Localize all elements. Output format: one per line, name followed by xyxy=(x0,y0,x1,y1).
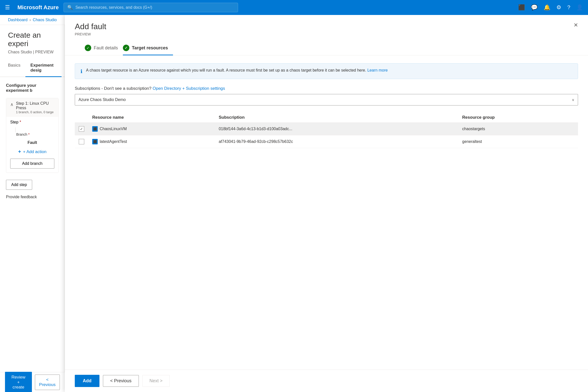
add-action-button[interactable]: + + Add action xyxy=(10,147,54,156)
row2-checkbox-cell[interactable] xyxy=(75,136,88,148)
step-label: Step xyxy=(10,120,18,124)
open-directory-link[interactable]: Open Directory + Subscription settings xyxy=(152,86,225,91)
checkmark-icon: ✓ xyxy=(80,127,83,131)
panel-footer: Add < Previous Next > xyxy=(65,370,588,392)
bottom-bar-left: Review + create < Previous xyxy=(0,372,65,392)
add-step-button[interactable]: Add step xyxy=(6,180,32,190)
nav-icons: ⬛ 💬 🔔 ⚙ ? 👤 xyxy=(518,4,583,11)
step-chevron-icon[interactable]: ∧ xyxy=(10,102,13,107)
chevron-down-icon: ∨ xyxy=(572,98,574,102)
feedback-label: Provide feedback xyxy=(6,193,58,201)
col-checkbox xyxy=(75,112,88,123)
settings-icon[interactable]: ⚙ xyxy=(556,4,561,11)
row1-subscription: 018bf144-3a6d-4c13-b1d3-d100a03adc... xyxy=(215,123,458,136)
add-button[interactable]: Add xyxy=(75,375,99,387)
info-box: ℹ A chaos target resource is an Azure re… xyxy=(75,63,578,79)
col-subscription: Subscription xyxy=(215,112,458,123)
col-resource-group: Resource group xyxy=(458,112,578,123)
panel-title-row: Add fault PREVIEW ✕ xyxy=(75,22,578,41)
step-subtitle: 1 branch, 0 action, 0 targe xyxy=(16,110,54,114)
vm-icon-2: ⬛ xyxy=(92,139,98,144)
side-panel: Add fault PREVIEW ✕ ✓ Fault details ✓ Ta… xyxy=(65,15,588,392)
configure-label: Configure your experiment b xyxy=(6,83,58,93)
next-button[interactable]: Next > xyxy=(142,375,170,387)
cloud-shell-icon[interactable]: ⬛ xyxy=(518,4,525,11)
plus-icon: + xyxy=(18,149,21,154)
step-body: Step * Branch * Fault + + Add action Add… xyxy=(6,117,58,172)
search-icon: 🔍 xyxy=(67,5,73,10)
panel-step-target-resources[interactable]: ✓ Target resources xyxy=(123,41,173,55)
connector-line xyxy=(15,128,54,132)
panel-step-fault-details[interactable]: ✓ Fault details xyxy=(85,41,123,55)
page-subtitle: Chaos Studio | PREVIEW xyxy=(0,49,64,59)
azure-logo: Microsoft Azure xyxy=(17,4,58,11)
help-icon[interactable]: ? xyxy=(567,4,570,11)
breadcrumb-dashboard[interactable]: Dashboard xyxy=(8,18,27,22)
table-header: Resource name Subscription Resource grou… xyxy=(75,112,578,123)
tab-basics[interactable]: Basics xyxy=(3,59,25,77)
tab-experiment-design[interactable]: Experiment desig xyxy=(25,59,61,77)
branch-label: Branch * xyxy=(10,132,54,136)
learn-more-link[interactable]: Learn more xyxy=(367,68,388,72)
feedback-icon[interactable]: 💬 xyxy=(531,4,538,11)
fault-details-check-icon: ✓ xyxy=(85,45,91,51)
previous-button[interactable]: < Previous xyxy=(103,375,139,387)
tabs: Basics Experiment desig xyxy=(0,59,64,77)
breadcrumb-chaos-studio[interactable]: Chaos Studio xyxy=(33,18,57,22)
subscription-section-label: Subscriptions - Don't see a subscription… xyxy=(75,86,578,91)
step-field: Step * xyxy=(10,120,54,124)
vm-icon: ⬛ xyxy=(92,126,98,132)
panel-preview: PREVIEW xyxy=(75,32,106,36)
left-panel: Create an experi Chaos Studio | PREVIEW … xyxy=(0,25,65,392)
row1-checkbox[interactable]: ✓ xyxy=(79,126,84,132)
hamburger-icon[interactable]: ☰ xyxy=(5,4,10,11)
row2-resource-name: ⬛ latestAgentTest xyxy=(88,136,215,148)
dropdown-value: Azure Chaos Studio Demo xyxy=(78,98,126,102)
previous-button-left[interactable]: < Previous xyxy=(35,374,60,390)
account-icon[interactable]: 👤 xyxy=(576,4,583,11)
resource-table: Resource name Subscription Resource grou… xyxy=(75,112,578,148)
notifications-icon[interactable]: 🔔 xyxy=(544,4,550,11)
fault-label: Fault xyxy=(10,140,54,145)
step-title: Step 1: Linux CPU Press xyxy=(16,101,54,110)
panel-close-button[interactable]: ✕ xyxy=(574,22,578,28)
subscription-dropdown[interactable]: Azure Chaos Studio Demo ∨ xyxy=(75,94,578,106)
row2-checkbox[interactable] xyxy=(79,139,84,144)
table-row: ⬛ latestAgentTest af743041-9b79-46ad-92c… xyxy=(75,136,578,148)
row1-checkbox-cell[interactable]: ✓ xyxy=(75,123,88,136)
step-box: ∧ Step 1: Linux CPU Press 1 branch, 0 ac… xyxy=(6,98,58,173)
search-input[interactable] xyxy=(75,5,234,10)
page-title: Create an experi xyxy=(0,25,64,49)
subscription-prefix: Subscriptions - Don't see a subscription… xyxy=(75,86,151,91)
target-resources-check-icon: ✓ xyxy=(123,45,129,51)
step-required: * xyxy=(19,120,21,124)
review-create-button[interactable]: Review + create xyxy=(5,372,32,392)
fault-details-label: Fault details xyxy=(94,46,118,50)
row2-resource-group: generaltest xyxy=(458,136,578,148)
target-resources-label: Target resources xyxy=(132,46,168,50)
col-resource-name: Resource name xyxy=(88,112,215,123)
info-icon: ℹ xyxy=(80,68,82,74)
row1-resource-group: chaostargets xyxy=(458,123,578,136)
panel-body: ℹ A chaos target resource is an Azure re… xyxy=(65,55,588,370)
panel-steps: ✓ Fault details ✓ Target resources xyxy=(75,41,578,55)
breadcrumb-sep1: › xyxy=(29,18,31,22)
info-text: A chaos target resource is an Azure reso… xyxy=(86,68,388,74)
add-branch-button[interactable]: Add branch xyxy=(10,158,54,168)
table-row: ✓ ⬛ ChaosLinuxVM 018bf144-3a6d-4c13-b1d3… xyxy=(75,123,578,136)
step-header: ∧ Step 1: Linux CPU Press 1 branch, 0 ac… xyxy=(6,98,58,117)
row2-subscription: af743041-9b79-46ad-92cb-c298c57b632c xyxy=(215,136,458,148)
table-body: ✓ ⬛ ChaosLinuxVM 018bf144-3a6d-4c13-b1d3… xyxy=(75,123,578,148)
top-navbar: ☰ Microsoft Azure 🔍 ⬛ 💬 🔔 ⚙ ? 👤 xyxy=(0,0,588,15)
panel-header: Add fault PREVIEW ✕ ✓ Fault details ✓ Ta… xyxy=(65,15,588,55)
row1-resource-name: ⬛ ChaosLinuxVM xyxy=(88,123,215,136)
search-bar[interactable]: 🔍 xyxy=(63,3,238,12)
panel-title: Add fault xyxy=(75,22,106,31)
left-content: Configure your experiment b ∧ Step 1: Li… xyxy=(0,77,64,392)
